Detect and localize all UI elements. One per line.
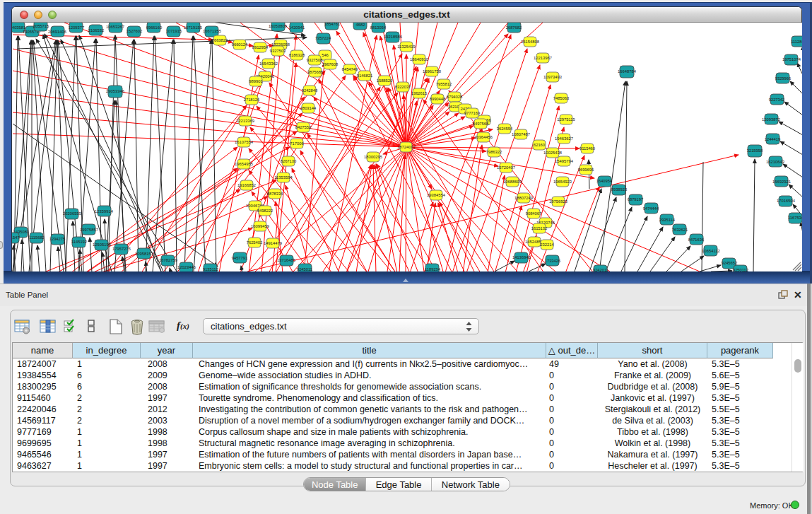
svg-text:16782759: 16782759 xyxy=(159,258,177,262)
svg-text:19166852: 19166852 xyxy=(237,183,256,187)
svg-text:4682: 4682 xyxy=(356,23,365,27)
svg-text:19654923: 19654923 xyxy=(553,180,572,184)
svg-text:10025438: 10025438 xyxy=(543,151,562,155)
svg-text:1145192: 1145192 xyxy=(71,240,87,244)
svg-text:20364456: 20364456 xyxy=(474,135,493,139)
svg-text:17016504: 17016504 xyxy=(777,199,796,203)
svg-text:1167534: 1167534 xyxy=(788,216,802,220)
svg-text:1527602: 1527602 xyxy=(126,29,143,33)
svg-text:12023446: 12023446 xyxy=(177,265,196,269)
svg-text:9242011: 9242011 xyxy=(593,268,608,271)
svg-text:9327503: 9327503 xyxy=(270,49,286,53)
svg-text:17957275: 17957275 xyxy=(112,247,131,251)
svg-text:16154808: 16154808 xyxy=(521,40,539,44)
svg-text:9245652: 9245652 xyxy=(722,261,738,265)
svg-text:1209377: 1209377 xyxy=(69,25,85,30)
svg-text:19654955: 19654955 xyxy=(235,162,253,166)
svg-text:1115682: 1115682 xyxy=(29,235,45,240)
svg-text:7986322: 7986322 xyxy=(486,150,502,154)
svg-text:16648784: 16648784 xyxy=(618,69,637,74)
svg-text:7955812: 7955812 xyxy=(436,82,452,86)
svg-text:3875685: 3875685 xyxy=(307,70,324,74)
svg-text:8878334: 8878334 xyxy=(267,192,283,196)
svg-text:2967608: 2967608 xyxy=(322,62,339,66)
svg-text:6879197: 6879197 xyxy=(628,197,644,201)
svg-text:16099459: 16099459 xyxy=(251,224,269,228)
svg-text:7663822: 7663822 xyxy=(212,38,228,42)
svg-text:8938923: 8938923 xyxy=(611,187,628,192)
svg-text:10653267: 10653267 xyxy=(106,25,124,29)
svg-text:1189234: 1189234 xyxy=(425,267,441,271)
svg-text:8322037: 8322037 xyxy=(395,85,411,89)
svg-text:7632621: 7632621 xyxy=(672,228,688,232)
svg-text:10958157: 10958157 xyxy=(135,252,153,256)
svg-text:62160: 62160 xyxy=(534,143,545,147)
svg-text:14136941: 14136941 xyxy=(512,255,531,259)
svg-text:2055715: 2055715 xyxy=(33,24,49,28)
svg-text:10688609: 10688609 xyxy=(503,180,522,184)
svg-text:7357224: 7357224 xyxy=(315,36,331,40)
svg-text:9474444: 9474444 xyxy=(643,206,659,211)
svg-text:9245011: 9245011 xyxy=(297,267,312,271)
svg-text:9084067: 9084067 xyxy=(526,211,542,216)
svg-text:8427552: 8427552 xyxy=(295,125,312,129)
svg-text:7625402: 7625402 xyxy=(247,240,263,245)
svg-text:9660124: 9660124 xyxy=(232,42,248,47)
svg-text:15692921: 15692921 xyxy=(772,180,791,184)
svg-text:16961758: 16961758 xyxy=(423,69,441,74)
svg-text:717006: 717006 xyxy=(290,141,303,146)
svg-text:18807249: 18807249 xyxy=(514,196,533,200)
svg-text:9242848: 9242848 xyxy=(302,88,318,93)
svg-text:16107554: 16107554 xyxy=(235,140,254,144)
svg-text:1112842: 1112842 xyxy=(791,40,802,44)
svg-text:2687682: 2687682 xyxy=(506,25,522,30)
svg-text:546: 546 xyxy=(322,53,329,57)
svg-text:9457791: 9457791 xyxy=(232,256,248,260)
svg-text:11353594: 11353594 xyxy=(274,175,293,180)
svg-text:9135112: 9135112 xyxy=(203,267,218,271)
svg-text:2718126: 2718126 xyxy=(244,98,260,102)
svg-text:9777169: 9777169 xyxy=(464,111,481,115)
svg-text:1362615: 1362615 xyxy=(411,91,428,95)
svg-text:1640954: 1640954 xyxy=(596,179,613,183)
svg-text:1733426: 1733426 xyxy=(545,259,561,263)
svg-text:1071915: 1071915 xyxy=(166,29,182,33)
svg-text:391547: 391547 xyxy=(12,235,20,240)
svg-text:3215958: 3215958 xyxy=(747,148,763,153)
svg-text:1244419: 1244419 xyxy=(765,137,781,141)
svg-text:12213369: 12213369 xyxy=(236,119,254,123)
svg-text:16053809: 16053809 xyxy=(269,24,287,28)
svg-text:7485063: 7485063 xyxy=(553,96,570,100)
svg-text:14914479: 14914479 xyxy=(264,241,282,245)
svg-text:8471636: 8471636 xyxy=(688,238,705,242)
svg-text:19756923: 19756923 xyxy=(549,199,567,204)
svg-text:19975857: 19975857 xyxy=(80,228,98,232)
svg-text:232214: 232214 xyxy=(540,243,554,247)
svg-text:18640910: 18640910 xyxy=(410,57,428,62)
svg-text:8990448: 8990448 xyxy=(430,97,446,101)
svg-text:1588520: 1588520 xyxy=(377,78,393,83)
svg-text:12975115: 12975115 xyxy=(557,117,575,122)
svg-text:16671355: 16671355 xyxy=(203,29,221,33)
svg-text:9115460: 9115460 xyxy=(579,146,595,151)
svg-text:19218586: 19218586 xyxy=(384,35,402,39)
svg-text:989901: 989901 xyxy=(249,79,262,83)
svg-text:6794028: 6794028 xyxy=(447,95,463,99)
svg-text:12213967: 12213967 xyxy=(534,56,552,60)
svg-text:3624554: 3624554 xyxy=(497,127,513,131)
svg-text:9227342: 9227342 xyxy=(769,98,785,102)
svg-text:1294275: 1294275 xyxy=(49,237,66,241)
svg-text:10654112: 10654112 xyxy=(702,249,719,253)
svg-text:5498222: 5498222 xyxy=(257,209,273,213)
svg-text:2106532: 2106532 xyxy=(88,28,105,33)
svg-text:8912954: 8912954 xyxy=(252,45,269,49)
svg-text:1854761: 1854761 xyxy=(324,23,341,26)
svg-text:12359914: 12359914 xyxy=(95,209,114,214)
svg-text:8186328: 8186328 xyxy=(289,53,305,57)
svg-text:10719155: 10719155 xyxy=(184,25,202,30)
svg-text:12505195: 12505195 xyxy=(93,243,111,247)
svg-text:8454749: 8454749 xyxy=(342,67,358,71)
svg-text:18300295: 18300295 xyxy=(364,155,382,159)
svg-text:9327508: 9327508 xyxy=(307,58,323,62)
svg-text:8813054: 8813054 xyxy=(370,25,387,30)
